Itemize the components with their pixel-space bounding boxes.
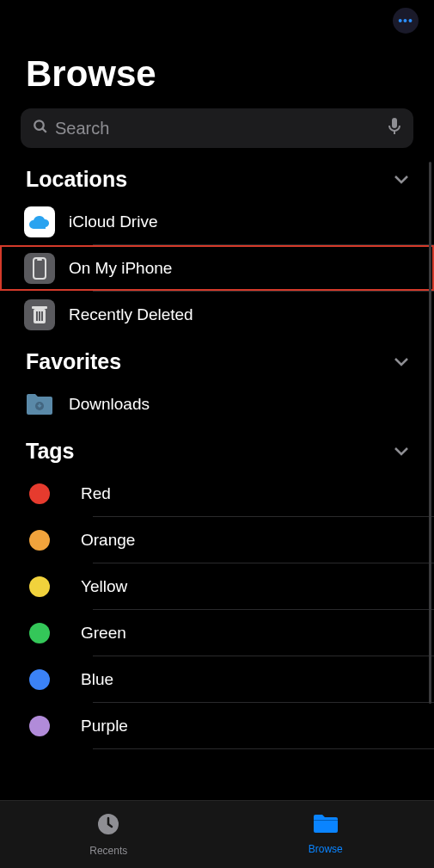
tags-header[interactable]: Tags bbox=[0, 427, 434, 471]
tab-label: Recents bbox=[89, 845, 127, 857]
tag-label: Yellow bbox=[81, 565, 127, 608]
tag-color-dot bbox=[29, 576, 50, 597]
svg-rect-5 bbox=[37, 259, 42, 261]
chevron-down-icon bbox=[394, 444, 408, 459]
more-icon: ••• bbox=[398, 14, 413, 28]
search-placeholder: Search bbox=[55, 119, 381, 139]
tag-label: Orange bbox=[81, 519, 135, 562]
tag-item[interactable]: Yellow bbox=[24, 563, 434, 609]
svg-rect-4 bbox=[34, 258, 46, 279]
page-title: Browse bbox=[0, 41, 434, 108]
location-label: On My iPhone bbox=[69, 247, 172, 290]
trash-icon bbox=[24, 299, 55, 330]
location-item-recently-deleted[interactable]: Recently Deleted bbox=[24, 292, 434, 337]
clock-icon bbox=[96, 812, 120, 842]
svg-line-1 bbox=[42, 128, 46, 132]
tag-color-dot bbox=[29, 623, 50, 643]
tag-label: Green bbox=[81, 612, 126, 655]
mic-icon bbox=[388, 118, 401, 139]
tab-bar: Recents Browse bbox=[0, 800, 434, 868]
favorites-header[interactable]: Favorites bbox=[0, 337, 434, 381]
tab-recents[interactable]: Recents bbox=[0, 801, 217, 868]
favorite-label: Downloads bbox=[69, 383, 150, 426]
tags-title: Tags bbox=[26, 439, 75, 464]
scrollbar[interactable] bbox=[429, 162, 431, 704]
chevron-down-icon bbox=[394, 354, 408, 370]
search-icon bbox=[33, 119, 48, 139]
search-input[interactable]: Search bbox=[21, 108, 413, 148]
locations-header[interactable]: Locations bbox=[0, 155, 434, 199]
tag-color-dot bbox=[29, 530, 50, 551]
tag-item[interactable]: Green bbox=[24, 610, 434, 656]
svg-rect-8 bbox=[36, 311, 38, 321]
svg-rect-9 bbox=[39, 311, 40, 321]
icloud-icon bbox=[24, 206, 55, 237]
tab-label: Browse bbox=[309, 843, 343, 855]
more-button[interactable]: ••• bbox=[393, 8, 419, 34]
favorite-item-downloads[interactable]: Downloads bbox=[24, 381, 434, 427]
favorites-title: Favorites bbox=[26, 349, 121, 374]
tag-color-dot bbox=[29, 483, 50, 504]
svg-rect-13 bbox=[314, 820, 338, 821]
svg-point-0 bbox=[34, 120, 44, 130]
tag-color-dot bbox=[29, 716, 50, 736]
tag-label: Blue bbox=[81, 658, 113, 701]
tag-color-dot bbox=[29, 669, 50, 690]
tag-item[interactable]: Red bbox=[24, 471, 434, 516]
location-item-on-my-iphone[interactable]: On My iPhone bbox=[0, 245, 434, 291]
svg-rect-2 bbox=[392, 118, 397, 128]
tag-item[interactable]: Orange bbox=[24, 517, 434, 563]
location-label: Recently Deleted bbox=[69, 293, 193, 336]
tag-item[interactable]: Blue bbox=[24, 656, 434, 702]
iphone-icon bbox=[24, 253, 55, 284]
svg-rect-7 bbox=[32, 306, 47, 309]
location-label: iCloud Drive bbox=[69, 200, 157, 243]
folder-icon bbox=[24, 389, 55, 420]
tab-browse[interactable]: Browse bbox=[217, 801, 435, 868]
tag-item[interactable]: Purple bbox=[24, 703, 434, 748]
chevron-down-icon bbox=[394, 172, 408, 188]
tag-label: Purple bbox=[81, 705, 128, 748]
folder-icon bbox=[313, 814, 339, 840]
locations-title: Locations bbox=[26, 167, 127, 192]
tag-label: Red bbox=[81, 472, 111, 515]
location-item-icloud-drive[interactable]: iCloud Drive bbox=[24, 199, 434, 244]
svg-rect-10 bbox=[41, 311, 43, 321]
